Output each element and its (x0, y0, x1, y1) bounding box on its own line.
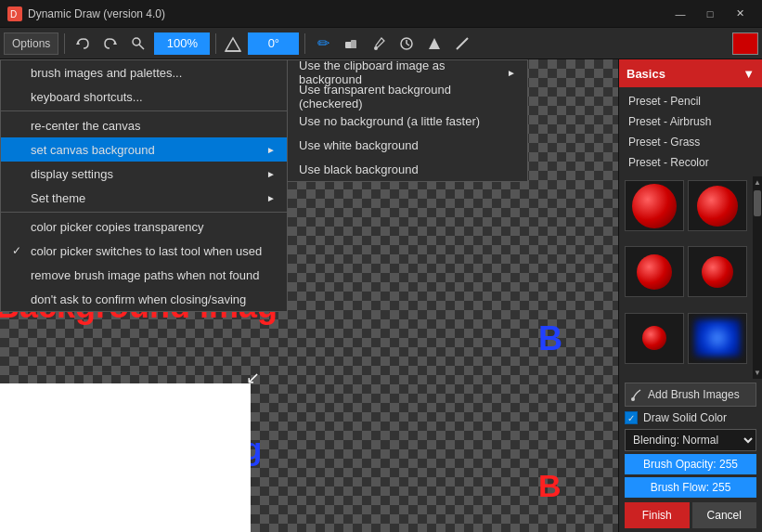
menu-label: re-center the canvas (31, 119, 141, 133)
brush-cell-6[interactable] (688, 313, 747, 364)
preset-grass[interactable]: Preset - Grass (625, 132, 756, 152)
submenu-item-white[interactable]: Use white background (288, 133, 527, 157)
eraser-tool-button[interactable] (339, 32, 363, 55)
svg-line-13 (407, 44, 409, 45)
panel-scrollbar[interactable]: ▲ ▼ (753, 176, 762, 379)
brush-preview-5 (642, 326, 666, 350)
panel-presets: Preset - Pencil Preset - Airbrush Preset… (619, 87, 762, 176)
menu-label: remove brush image paths when not found (31, 268, 259, 282)
preset-airbrush[interactable]: Preset - Airbrush (625, 111, 756, 132)
scroll-down-button[interactable]: ▼ (754, 369, 761, 377)
line-icon (455, 36, 470, 51)
brush-tool-button[interactable]: ✏ (311, 32, 335, 55)
panel-collapse-button[interactable]: ▼ (743, 67, 755, 81)
timer-button[interactable] (394, 32, 419, 55)
brush-cell-1[interactable] (625, 180, 684, 231)
panel-footer: Add Brush Images ✓ Draw Solid Color Blen… (619, 379, 762, 532)
menu-label: keyboard shortcuts... (31, 90, 143, 104)
brush-preview-1 (632, 184, 677, 228)
zoom-input[interactable] (154, 32, 210, 55)
brush-cell-2[interactable] (688, 180, 747, 231)
eyedropper-button[interactable] (367, 32, 391, 55)
preset-label: Preset - Grass (628, 136, 700, 149)
submenu-arrow: ► (266, 145, 276, 155)
preset-recolor[interactable]: Preset - Recolor (625, 152, 756, 173)
submenu-item-clipboard[interactable]: Use the clipboard image as background ► (288, 60, 527, 84)
brush-cell-4[interactable] (688, 246, 747, 297)
menu-item-recenter[interactable]: re-center the canvas (1, 113, 287, 137)
toolbar-separator (64, 33, 65, 54)
brush-grid (619, 176, 753, 379)
draw-solid-checkbox[interactable]: ✓ (625, 411, 638, 424)
options-menu-button[interactable]: Options (4, 32, 58, 55)
app-icon: D (7, 6, 22, 21)
submenu-arrow: ► (266, 169, 276, 179)
submenu-arrow: ► (507, 68, 516, 78)
scroll-up-button[interactable]: ▲ (754, 178, 761, 187)
menu-label: Set theme (31, 191, 85, 205)
submenu-label: Use transparent background (checkered) (299, 83, 516, 110)
menu-label: set canvas background (31, 143, 155, 157)
menu-item-keyboard-shortcuts[interactable]: keyboard shortcuts... (1, 84, 287, 109)
scroll-track[interactable] (754, 187, 761, 369)
canvas-text-b-blue: B (538, 319, 562, 358)
menu-item-brush-images[interactable]: brush images and palettes... (1, 60, 287, 84)
minimize-button[interactable]: — (665, 5, 695, 23)
brush-cell-3[interactable] (625, 246, 684, 297)
color-swatch[interactable] (732, 32, 758, 55)
svg-point-4 (133, 38, 140, 45)
preset-pencil[interactable]: Preset - Pencil (625, 91, 756, 111)
main-layout: image d image Background imag B d image … (0, 59, 762, 532)
maximize-button[interactable]: □ (695, 5, 725, 23)
submenu-item-no-bg[interactable]: Use no background (a little faster) (288, 109, 527, 133)
preset-label: Preset - Pencil (628, 95, 701, 108)
zoom-button[interactable] (126, 32, 150, 55)
undo-button[interactable] (71, 32, 95, 55)
menu-item-remove-brush-paths[interactable]: remove brush image paths when not found (1, 263, 287, 287)
brush-cell-5[interactable] (625, 313, 684, 364)
menu-item-color-picker-transparency[interactable]: color picker copies transparency (1, 214, 287, 239)
line-tool-button[interactable] (450, 32, 474, 55)
brush-preview-6 (694, 319, 741, 357)
menu-separator-1 (1, 110, 287, 111)
close-button[interactable]: ✕ (725, 5, 755, 23)
menu-label: color picker copies transparency (31, 220, 203, 234)
eraser-icon (343, 36, 358, 51)
cancel-button[interactable]: Cancel (692, 502, 757, 528)
svg-marker-2 (76, 41, 80, 45)
canvas-bg-submenu: Use the clipboard image as background ► … (287, 59, 528, 182)
scroll-thumb[interactable] (754, 190, 761, 216)
brush-add-icon (631, 388, 644, 401)
svg-text:D: D (10, 9, 17, 19)
svg-marker-3 (113, 41, 117, 45)
angle-input[interactable] (248, 32, 299, 55)
menu-label: display settings (31, 167, 113, 181)
brush-grid-container: ▲ ▼ (619, 176, 762, 379)
menu-item-color-picker-last-tool[interactable]: ✓ color picker switches to last tool whe… (1, 239, 287, 263)
menu-label: brush images and palettes... (31, 66, 182, 80)
menu-separator-2 (1, 212, 287, 213)
brush-opacity-slider[interactable]: Brush Opacity: 255 (625, 454, 756, 474)
fill-icon (427, 36, 442, 51)
toolbar-separator-3 (304, 33, 305, 54)
submenu-item-transparent[interactable]: Use transparent background (checkered) (288, 84, 527, 109)
add-brush-images-button[interactable]: Add Brush Images (625, 383, 756, 407)
panel-inner: Basics ▼ Preset - Pencil Preset - Airbru… (619, 59, 762, 532)
menu-item-display-settings[interactable]: display settings ► (1, 162, 287, 186)
toolbar: Options ✏ (0, 28, 762, 59)
finish-button[interactable]: Finish (625, 502, 690, 528)
draw-solid-label: Draw Solid Color (643, 411, 727, 424)
menu-item-dont-ask[interactable]: don't ask to confirm when closing/saving (1, 287, 287, 311)
menu-item-canvas-bg[interactable]: set canvas background ► (1, 137, 287, 162)
menu-check: ✓ (12, 244, 27, 257)
submenu-label: Use black background (299, 162, 419, 176)
blending-select[interactable]: Blending: Normal Multiply Screen Overlay (625, 429, 756, 451)
svg-marker-14 (429, 38, 440, 49)
white-canvas-area[interactable] (0, 383, 251, 532)
redo-button[interactable] (98, 32, 123, 55)
submenu-item-black[interactable]: Use black background (288, 157, 527, 181)
options-dropdown: brush images and palettes... keyboard sh… (0, 59, 288, 312)
fill-button[interactable] (422, 32, 446, 55)
brush-flow-slider[interactable]: Brush Flow: 255 (625, 477, 756, 498)
menu-item-set-theme[interactable]: Set theme ► (1, 186, 287, 210)
